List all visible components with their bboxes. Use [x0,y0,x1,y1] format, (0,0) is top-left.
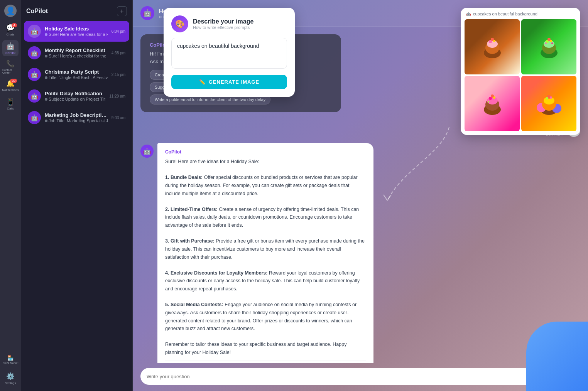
conversation-name: Monthly Report Checklist [45,47,108,53]
conversation-name: Polite Delay Notification [45,91,105,96]
chat-header-avatar: 🤖 [140,6,154,20]
nav-biz24[interactable]: 🏪 Biz24 Market [2,352,19,368]
contact-center-icon: 📞 [6,59,15,68]
image-result-4[interactable] [521,76,576,131]
image-results-grid [465,19,576,131]
image-result-2[interactable] [521,19,576,74]
svg-point-13 [551,42,553,44]
conversation-preview: Job Title: Marketing Specialist Job Summ… [45,118,108,123]
send-button[interactable]: ▶ [566,369,580,384]
sidebar-title: CoPilot [26,8,48,15]
conversation-time: 4:38 pm [112,51,125,55]
conversation-avatar: 🤖 [28,25,41,38]
image-results-overlay: 🤖 cupcakes on beautiful background [461,8,580,135]
conversation-preview: Title: "Jingle Bell Bash: A Festive Chri… [45,75,108,80]
list-item[interactable]: 🤖 Christmas Party Script Title: "Jingle … [24,64,129,85]
svg-point-27 [546,97,548,99]
conversation-preview: Sure! Here are five ideas for a Holiday … [45,32,108,37]
chat-input[interactable] [147,374,542,379]
conversation-preview: Subject: Update on Project Timeline Dear… [45,97,105,101]
conversation-name: Marketing Job Description [45,112,108,118]
microphone-button[interactable]: 🎤 [545,371,556,382]
conversation-name: Christmas Party Script [45,69,108,75]
svg-point-12 [545,42,547,44]
list-item[interactable]: 🤖 Marketing Job Description Job Title: M… [24,107,129,128]
list-item[interactable]: 🤖 Monthly Report Checklist Sure! Here's … [24,42,129,63]
conversation-name: Holiday Sale Ideas [45,26,108,32]
image-generation-card: 🎨 Describe your image How to write effec… [164,8,295,97]
image-result-1[interactable] [465,19,520,74]
list-item[interactable]: 🤖 Holiday Sale Ideas Sure! Here are five… [24,21,129,42]
generate-image-button[interactable]: ✏️ GENERATE IMAGE [171,75,287,89]
list-item[interactable]: 🤖 Polite Delay Notification Subject: Upd… [24,86,129,106]
input-area: 🎤 ▶ [133,363,588,391]
image-result-3[interactable] [465,76,520,131]
image-gen-subtitle: How to write effective prompts [193,25,253,30]
svg-point-2 [487,40,498,48]
conversation-avatar: 🤖 [28,68,41,81]
svg-point-20 [488,101,489,103]
left-nav: 👤 💬 Chats 4 🤖 CoPilot 📞 Contact Center 🔔… [0,0,21,391]
nav-contact-center[interactable]: 📞 Contact Center [2,59,19,75]
image-gen-title: Describe your image [193,18,253,25]
conversation-time: 9:03 am [112,116,125,120]
conversation-avatar: 🤖 [28,46,41,59]
conversation-list: 🤖 Holiday Sale Ideas Sure! Here are five… [21,19,132,391]
image-gen-input[interactable]: cupcakes on beautiful background [171,38,287,69]
nav-chats[interactable]: 💬 Chats 4 [2,22,19,38]
image-results-icon: 🤖 [466,12,471,16]
svg-point-19 [491,94,494,98]
input-wrap: 🎤 [140,368,562,385]
conversation-preview: Sure! Here's a checklist for the monthly… [45,54,108,58]
ai-copilot-label: CoPilot [165,149,366,155]
sidebar: CoPilot + 🤖 Holiday Sale Ideas Sure! Her… [21,0,133,391]
biz24-icon: 🏪 [7,355,14,361]
conversation-avatar: 🤖 [28,111,41,124]
svg-point-16 [487,97,498,104]
main-chat-area: 🤖 Holiday Sale Ideas online CoPilot Hi! … [133,0,588,391]
image-gen-icon: 🎨 [171,15,188,32]
ai-response-card: CoPilot Sure! Here are five ideas for a … [157,143,373,363]
ai-message-wrap: 🤖 CoPilot Sure! Here are five ideas for … [140,143,580,363]
ai-response-text: Sure! Here are five ideas for a Holiday … [165,158,366,357]
svg-point-28 [550,96,552,99]
sidebar-header: CoPilot + [21,0,132,19]
svg-point-5 [491,38,494,41]
add-conversation-button[interactable]: + [117,6,127,16]
image-results-header-text: cupcakes on beautiful background [473,12,537,16]
nav-notifications[interactable]: 🔔 Notifications 30 [2,77,19,93]
conversation-avatar: 🤖 [28,89,41,103]
conversation-time: 11:29 am [109,94,125,98]
ai-response-avatar: 🤖 [140,145,154,158]
calls-icon: 📱 [6,98,15,106]
conversation-time: 6:04 pm [112,29,125,34]
nav-calls[interactable]: 📱 Calls [2,96,19,112]
svg-point-11 [547,38,551,41]
image-generation-overlay: 🎨 Describe your image How to write effec… [164,8,295,97]
conversation-time: 2:15 pm [112,72,125,77]
nav-settings[interactable]: ⚙️ Settings [2,370,19,386]
svg-point-8 [544,40,554,48]
copilot-icon: 🤖 [6,42,15,51]
user-avatar[interactable]: 👤 [4,5,17,17]
settings-icon: ⚙️ [6,372,15,381]
nav-copilot[interactable]: 🤖 CoPilot [2,40,19,56]
